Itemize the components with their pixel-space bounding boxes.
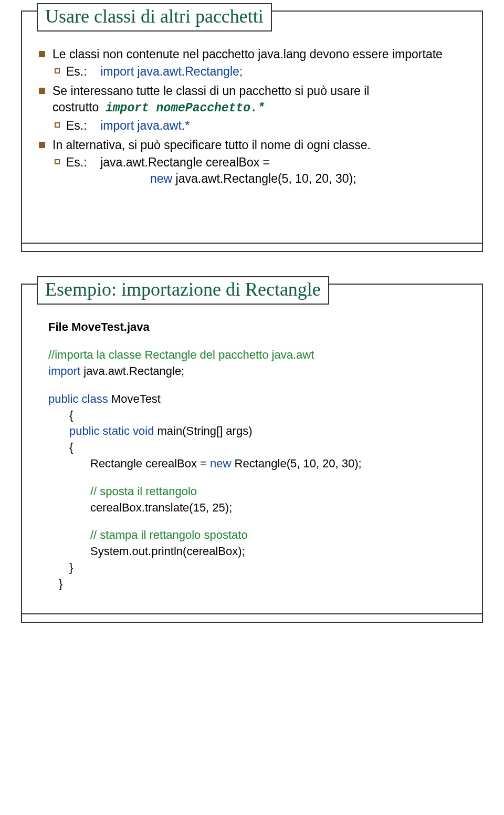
brace-close-1: } — [48, 560, 466, 576]
new-kw: new — [150, 172, 172, 185]
ex-line2: new java.awt.Rectangle(5, 10, 20, 30); — [66, 171, 356, 187]
slide-title: Usare classi di altri pacchetti — [45, 6, 264, 27]
bullet-1-ex: Es.: import java.awt.Rectangle; — [52, 64, 466, 80]
import-line: import java.awt.Rectangle; — [48, 363, 466, 380]
class-kw: public class — [48, 392, 108, 405]
println-line: System.out.println(cerealBox); — [48, 544, 466, 560]
bullet-2: Se interessano tutte le classi di un pac… — [38, 83, 466, 134]
class-name: MoveTest — [108, 392, 161, 405]
bullet-3: In alternativa, si può specificare tutto… — [38, 137, 466, 187]
ex-label: Es.: — [66, 65, 87, 78]
slide-2: Esempio: importazione di Rectangle File … — [21, 284, 483, 622]
rect-line: Rectangle cerealBox = new Rectangle(5, 1… — [48, 456, 466, 472]
ex-label-3: Es.: — [66, 155, 87, 169]
rect-a: Rectangle cerealBox = — [90, 457, 207, 470]
slide2-title: Esempio: importazione di Rectangle — [45, 279, 321, 300]
brace-open-1: { — [48, 408, 466, 424]
slide2-title-box: Esempio: importazione di Rectangle — [37, 276, 329, 305]
main-kw: public static void — [69, 424, 154, 437]
comment-3: // stampa il rettangolo spostato — [48, 527, 466, 544]
ex-code: import java.awt.Rectangle; — [100, 65, 243, 78]
ex-code-2: import java.awt.* — [100, 119, 190, 132]
brace-open-2: { — [48, 440, 466, 456]
slide-1: Usare classi di altri pacchetti Le class… — [21, 11, 483, 252]
bullet-1: Le classi non contenute nel pacchetto ja… — [38, 46, 466, 80]
slide-title-wrap: Usare classi di altri pacchetti — [37, 3, 272, 32]
new-kw2: new — [207, 457, 231, 470]
brace-close-2: } — [48, 576, 466, 592]
slide2-content: File MoveTest.java //importa la classe R… — [22, 310, 482, 608]
slide2-title-wrap: Esempio: importazione di Rectangle — [37, 276, 329, 305]
slide-title-box: Usare classi di altri pacchetti — [37, 3, 272, 32]
file-heading: File MoveTest.java — [48, 319, 466, 336]
ex-line2-rest: java.awt.Rectangle(5, 10, 20, 30); — [172, 172, 356, 185]
class-decl: public class MoveTest — [48, 391, 466, 408]
slide-content: Le classi non contenute nel pacchetto ja… — [22, 37, 482, 206]
ex-label-2: Es.: — [66, 119, 87, 132]
import-rest: java.awt.Rectangle; — [80, 364, 184, 378]
comment-1: //importa la classe Rectangle del pacche… — [48, 347, 466, 363]
main-decl: public static void main(String[] args) — [48, 423, 466, 440]
import-kw: import — [48, 364, 80, 378]
rect-c: Rectangle(5, 10, 20, 30); — [231, 457, 361, 470]
bullet-2-code: import nomePacchetto.* — [106, 101, 265, 115]
ex-line1: java.awt.Rectangle cerealBox = — [100, 155, 270, 169]
bullet-3-text: In alternativa, si può specificare tutto… — [52, 138, 371, 152]
comment-2: // sposta il rettangolo — [48, 484, 466, 500]
main-rest: main(String[] args) — [154, 424, 252, 437]
translate-line: cerealBox.translate(15, 25); — [48, 500, 466, 516]
bullet-1-text: Le classi non contenute nel pacchetto ja… — [52, 47, 443, 61]
bullet-3-ex: Es.: java.awt.Rectangle cerealBox = new … — [52, 154, 466, 187]
code-block: File MoveTest.java //importa la classe R… — [38, 319, 466, 592]
bullet-2-ex: Es.: import java.awt.* — [52, 118, 466, 134]
